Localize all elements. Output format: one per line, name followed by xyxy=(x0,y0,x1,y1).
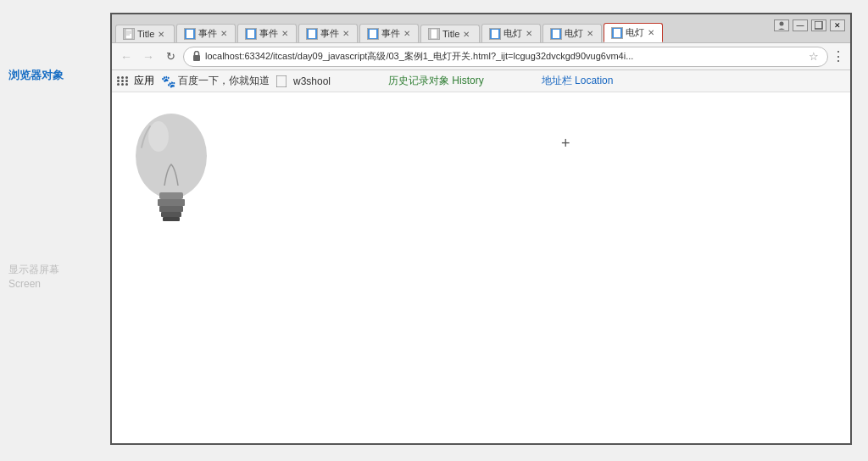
tab-event-2[interactable]: 事件 ✕ xyxy=(237,24,297,42)
restore-button[interactable] xyxy=(811,19,826,31)
tab-label-3: 事件 xyxy=(259,27,278,40)
baidu-label: 百度一下，你就知道 xyxy=(178,74,270,88)
tab-label-5: 事件 xyxy=(381,27,400,40)
page-content: + xyxy=(112,92,850,443)
tab-icon-2 xyxy=(184,28,196,40)
tab-light-2[interactable]: 电灯 ✕ xyxy=(542,24,602,42)
svg-rect-5 xyxy=(186,30,193,38)
tab-close-5[interactable]: ✕ xyxy=(403,29,410,38)
tab-close-6[interactable]: ✕ xyxy=(463,30,470,39)
svg-rect-21 xyxy=(193,55,200,61)
tab-close-4[interactable]: ✕ xyxy=(342,29,349,38)
reload-button[interactable]: ↻ xyxy=(161,47,180,66)
svg-rect-18 xyxy=(614,29,620,37)
svg-rect-20 xyxy=(815,21,822,29)
tab-icon-6 xyxy=(428,28,440,40)
browser-object-label: 浏览器对象 xyxy=(8,68,64,83)
svg-rect-7 xyxy=(248,30,254,38)
crosshair-cursor: + xyxy=(561,135,681,153)
apps-label: 应用 xyxy=(134,74,154,88)
apps-button[interactable]: 应用 xyxy=(117,74,154,88)
forward-button[interactable]: → xyxy=(139,47,158,66)
user-button[interactable] xyxy=(774,19,789,31)
tab-icon-7 xyxy=(489,28,501,40)
screen-label: 显示器屏幕 Screen xyxy=(8,263,59,292)
tab-close-1[interactable]: ✕ xyxy=(158,30,164,39)
svg-rect-26 xyxy=(158,199,185,206)
tab-event-4[interactable]: 事件 ✕ xyxy=(359,24,419,42)
tab-bar: Title ✕ 事件 ✕ 事件 ✕ 事件 ✕ xyxy=(112,14,850,43)
svg-rect-29 xyxy=(163,217,180,221)
tab-icon-9 xyxy=(611,27,623,39)
file-bookmark[interactable] xyxy=(276,75,287,87)
tab-icon-8 xyxy=(550,28,562,40)
svg-point-24 xyxy=(148,121,169,152)
bookmarks-bar: 应用 🐾 百度一下，你就知道 w3shool 历史记录对象 History 地址… xyxy=(112,70,850,92)
lightbulb-image xyxy=(120,101,222,236)
svg-rect-25 xyxy=(159,192,183,199)
url-text: localhost:63342/itcast/day09_javascript高… xyxy=(205,50,633,63)
tab-light-1[interactable]: 电灯 ✕ xyxy=(481,24,541,42)
tab-icon-4 xyxy=(306,28,318,40)
w3school-bookmark[interactable]: w3shool xyxy=(293,75,331,87)
svg-rect-11 xyxy=(370,30,376,38)
svg-point-23 xyxy=(136,114,207,198)
w3school-label: w3shool xyxy=(293,75,331,87)
tab-light-3-active[interactable]: 电灯 ✕ xyxy=(604,23,663,42)
tab-icon-3 xyxy=(245,28,257,40)
tab-title-1[interactable]: Title ✕ xyxy=(115,25,175,42)
tab-icon-5 xyxy=(367,28,379,40)
tab-label-7: 电灯 xyxy=(504,27,522,40)
svg-rect-22 xyxy=(276,75,287,87)
svg-rect-0 xyxy=(125,29,132,39)
window-controls: — ✕ xyxy=(774,19,845,31)
tab-close-8[interactable]: ✕ xyxy=(587,29,593,38)
minimize-button[interactable]: — xyxy=(793,19,808,31)
address-bar: ← → ↻ localhost:63342/itcast/day09_javas… xyxy=(112,43,850,70)
tab-label-6: Title xyxy=(442,29,459,39)
svg-rect-9 xyxy=(309,30,315,38)
lock-icon xyxy=(192,51,201,63)
tab-icon-1 xyxy=(123,28,135,40)
tab-title-2[interactable]: Title ✕ xyxy=(420,25,480,42)
browser-window-border-illustration xyxy=(112,92,850,443)
tab-label-8: 电灯 xyxy=(565,27,583,40)
svg-rect-28 xyxy=(161,212,181,217)
svg-rect-16 xyxy=(553,30,559,38)
back-button[interactable]: ← xyxy=(117,47,136,66)
file-icon xyxy=(276,75,287,87)
tab-label-9: 电灯 xyxy=(626,26,644,39)
more-options-icon[interactable]: ⋮ xyxy=(832,48,845,64)
bookmark-star-icon[interactable]: ☆ xyxy=(809,50,819,63)
svg-point-19 xyxy=(780,22,784,26)
tab-event-1[interactable]: 事件 ✕ xyxy=(176,24,236,42)
tab-close-3[interactable]: ✕ xyxy=(281,29,288,38)
close-button[interactable]: ✕ xyxy=(830,19,845,31)
apps-grid-icon xyxy=(117,76,129,86)
svg-rect-12 xyxy=(431,29,437,39)
tab-label-4: 事件 xyxy=(320,27,339,40)
browser-frame: Title ✕ 事件 ✕ 事件 ✕ 事件 ✕ xyxy=(110,13,852,445)
tab-label-1: Title xyxy=(137,29,154,39)
baidu-bookmark[interactable]: 🐾 百度一下，你就知道 xyxy=(161,74,270,88)
svg-rect-14 xyxy=(492,30,498,38)
tab-event-3[interactable]: 事件 ✕ xyxy=(298,24,358,42)
history-label: 历史记录对象 History xyxy=(388,74,484,88)
svg-rect-27 xyxy=(159,206,183,212)
baidu-icon: 🐾 xyxy=(161,75,175,88)
tab-close-9[interactable]: ✕ xyxy=(648,28,654,37)
tab-label-2: 事件 xyxy=(198,27,217,40)
tab-close-2[interactable]: ✕ xyxy=(220,29,227,38)
location-label: 地址栏 Location xyxy=(542,74,614,88)
tab-close-7[interactable]: ✕ xyxy=(526,29,532,38)
url-bar[interactable]: localhost:63342/itcast/day09_javascript高… xyxy=(183,47,828,67)
